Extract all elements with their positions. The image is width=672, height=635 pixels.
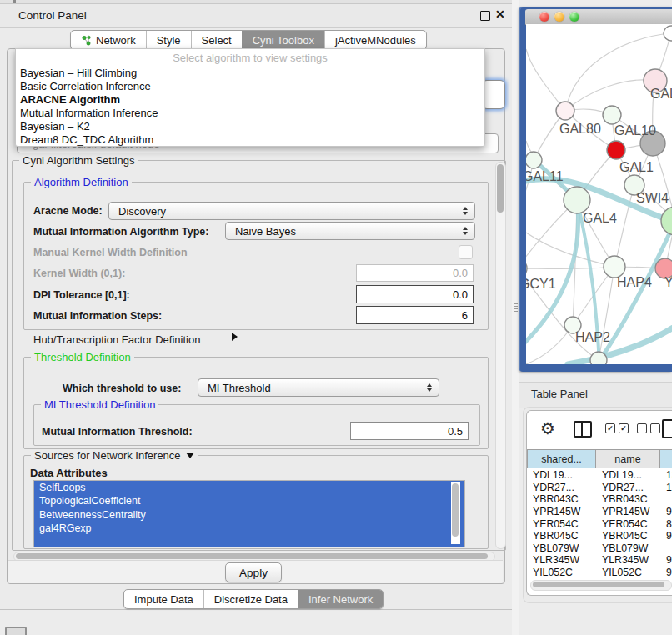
algorithm-option[interactable]: Bayesian – K2 xyxy=(16,119,484,132)
apply-button[interactable]: Apply xyxy=(225,562,282,582)
node-label: Y xyxy=(664,275,672,289)
attribute-item[interactable]: gal4RGexp xyxy=(34,522,464,535)
tab-label: Select xyxy=(202,34,232,47)
algorithm-option[interactable]: Bayesian – Hill Climbing xyxy=(16,66,484,79)
aracne-mode-combo[interactable]: Discovery xyxy=(108,202,475,220)
data-attributes-list[interactable]: SelfLoopsTopologicalCoefficientBetweenne… xyxy=(33,480,465,548)
close-traffic-light-icon[interactable] xyxy=(539,12,549,22)
tab-jactivemnodules[interactable]: jActiveMNodules xyxy=(324,31,426,49)
algorithm-option[interactable]: Basic Correlation Inference xyxy=(16,79,484,92)
collapse-arrow-icon[interactable] xyxy=(186,452,194,458)
network-node[interactable] xyxy=(661,207,672,235)
network-node[interactable] xyxy=(664,26,672,41)
which-threshold-combo[interactable]: MI Threshold xyxy=(198,378,439,397)
tab-infer-network[interactable]: Infer Network xyxy=(298,590,383,608)
attributes-scrollbar[interactable] xyxy=(451,482,460,544)
settings-scrollbar-thumb[interactable] xyxy=(497,164,504,212)
table-cell: YBL079W xyxy=(596,542,660,555)
network-node[interactable] xyxy=(526,258,527,278)
mi-steps-field[interactable]: 6 xyxy=(356,306,474,324)
table-hscrollbar-thumb[interactable] xyxy=(533,582,664,588)
network-graph[interactable]: GALGAL80GAL10GAL1GAL11SWI4GAL4GCY1HAP4YH… xyxy=(526,24,672,364)
table-cell: YDR27... xyxy=(596,482,660,494)
float-window-icon[interactable] xyxy=(480,11,490,21)
split-divider[interactable] xyxy=(512,0,519,635)
add-column-icon[interactable] xyxy=(662,419,672,438)
network-view-window[interactable]: GALGAL80GAL10GAL1GAL11SWI4GAL4GCY1HAP4YH… xyxy=(519,7,672,372)
column-header[interactable]: A xyxy=(660,449,672,468)
table-row[interactable]: YDR27...YDR27...12 xyxy=(527,482,672,494)
network-node[interactable] xyxy=(603,106,621,124)
control-panel-tabs: NetworkStyleSelectCyni ToolboxjActiveMNo… xyxy=(70,30,427,50)
table-row[interactable]: YBR045CYBR045C9. xyxy=(527,530,672,542)
table-cell: 8. xyxy=(660,518,672,530)
minimize-traffic-light-icon[interactable] xyxy=(554,12,564,22)
network-canvas[interactable]: GALGAL80GAL10GAL1GAL11SWI4GAL4GCY1HAP4YH… xyxy=(526,24,672,364)
network-edge[interactable] xyxy=(599,267,614,360)
tab-cyni-toolbox[interactable]: Cyni Toolbox xyxy=(242,31,324,49)
algorithm-options: Bayesian – Hill ClimbingBasic Correlatio… xyxy=(16,66,484,147)
select-all-icon[interactable]: ✓✓ xyxy=(605,423,629,433)
which-threshold-value: MI Threshold xyxy=(208,382,271,394)
table-cell: YBR043C xyxy=(527,493,596,506)
close-icon[interactable]: ✕ xyxy=(495,8,505,21)
table-hscrollbar[interactable] xyxy=(530,580,672,591)
node-label: GAL11 xyxy=(526,169,564,183)
minimized-panel-icon[interactable] xyxy=(5,627,27,635)
network-node[interactable] xyxy=(564,187,590,213)
control-panel-titlebar: Control Panel ✕ xyxy=(0,4,512,28)
algorithm-option[interactable]: ARACNE Algorithm xyxy=(16,92,484,106)
table-cell: YLR345W xyxy=(596,554,660,567)
column-header[interactable]: shared... xyxy=(527,449,596,468)
tab-discretize-data[interactable]: Discretize Data xyxy=(203,590,298,608)
tab-impute-data[interactable]: Impute Data xyxy=(124,590,203,608)
network-window-titlebar[interactable] xyxy=(525,9,672,25)
node-label: HAP2 xyxy=(575,330,610,344)
network-node[interactable] xyxy=(590,352,607,364)
table-row[interactable]: YER054CYER054C8. xyxy=(527,518,672,530)
table-row[interactable]: YBL079WYBL079W xyxy=(527,542,672,555)
tab-network[interactable]: Network xyxy=(71,31,146,49)
attribute-item[interactable]: SelfLoops xyxy=(34,481,464,494)
zoom-traffic-light-icon[interactable] xyxy=(569,12,579,22)
settings-scrollbar[interactable] xyxy=(495,162,506,549)
mi-type-combo[interactable]: Naive Bayes xyxy=(225,222,475,240)
algorithm-dropdown-popup: Select algorithm to view settings Bayesi… xyxy=(15,48,485,147)
network-edge[interactable] xyxy=(526,49,565,111)
table-cell: YBR043C xyxy=(596,493,660,506)
attribute-item[interactable]: TopologicalCoefficient xyxy=(34,494,464,508)
tab-select[interactable]: Select xyxy=(191,31,242,49)
table-cell: 12 xyxy=(660,482,672,494)
table-settings-gear-icon[interactable]: ⚙ xyxy=(540,418,555,438)
attribute-item[interactable] xyxy=(34,535,464,548)
mi-threshold-field[interactable]: 0.5 xyxy=(350,422,469,440)
network-node[interactable] xyxy=(526,152,542,168)
deselect-all-icon[interactable] xyxy=(637,423,660,433)
panel-columns-icon[interactable] xyxy=(574,421,592,438)
column-header[interactable]: name xyxy=(596,449,660,468)
settings-hscrollbar-thumb[interactable] xyxy=(16,553,488,559)
mi-steps-value: 6 xyxy=(462,309,468,322)
expand-arrow-icon[interactable] xyxy=(232,332,238,341)
divider-grip-icon[interactable] xyxy=(514,303,518,313)
threshold-definition-title: Threshold Definition xyxy=(31,351,134,363)
manual-kernel-checkbox[interactable] xyxy=(459,245,473,259)
dpi-tolerance-field[interactable]: 0.0 xyxy=(356,285,474,303)
mi-threshold-group-title: MI Threshold Definition xyxy=(41,398,158,411)
table-row[interactable]: YIL052CYIL052C9 xyxy=(527,567,672,579)
kernel-width-field: 0.0 xyxy=(356,264,474,282)
table-row[interactable]: YBR043CYBR043C xyxy=(527,493,672,506)
network-edge[interactable] xyxy=(526,232,614,267)
attributes-scrollbar-thumb[interactable] xyxy=(452,483,459,537)
tab-style[interactable]: Style xyxy=(146,31,191,49)
node-label: GAL80 xyxy=(559,122,601,136)
network-icon xyxy=(81,35,92,46)
network-node[interactable] xyxy=(556,102,574,120)
attribute-item[interactable]: BetweennessCentrality xyxy=(34,508,464,522)
algorithm-option[interactable]: Mutual Information Inference xyxy=(16,106,484,119)
network-node[interactable] xyxy=(607,141,625,159)
algorithm-option[interactable]: Dream8 DC_TDC Algorithm xyxy=(16,132,484,146)
table-row[interactable]: YDL19...YDL19...13 xyxy=(527,469,672,482)
table-row[interactable]: YLR345WYLR345W9. xyxy=(527,554,672,567)
table-row[interactable]: YPR145WYPR145W9. xyxy=(527,506,672,518)
